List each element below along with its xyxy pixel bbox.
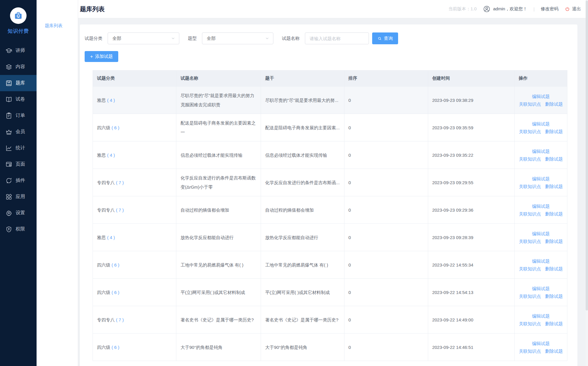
delete-question-link[interactable]: 删除试题 (545, 238, 563, 244)
sort-cell: 0 (344, 224, 428, 251)
change-password-link[interactable]: 修改密码 (541, 6, 559, 12)
delete-question-link[interactable]: 删除试题 (545, 101, 563, 107)
edit-question-link[interactable]: 编辑试题 (532, 313, 550, 319)
app-root: 知识付费 讲师内容题库试卷订单会员统计页面插件应用设置权限 题库列表 题库列表 … (0, 0, 588, 366)
submenu-item-question-list[interactable]: 题库列表 (37, 20, 78, 32)
edit-question-link[interactable]: 编辑试题 (532, 258, 550, 264)
sidebar-item-exam-paper[interactable]: 试卷 (0, 91, 37, 107)
edit-question-link[interactable]: 编辑试题 (532, 231, 550, 237)
category-count-link[interactable]: ( 7 ) (116, 207, 124, 213)
created-time-cell: 2023-09-23 09:28:39 (428, 224, 514, 251)
submenu-panel: 题库列表 (37, 0, 78, 366)
category-count-link[interactable]: ( 4 ) (107, 153, 115, 158)
delete-question-link[interactable]: 删除试题 (545, 266, 563, 272)
table-row: 专四专八 ( 7 )自动过程的熵值都会增加自动过程的熵值都会增加02023-09… (93, 196, 567, 224)
sort-cell: 0 (344, 251, 428, 279)
sidebar-item-page[interactable]: 页面 (0, 156, 37, 172)
edit-question-link[interactable]: 编辑试题 (532, 340, 550, 347)
column-header: 试题名称 (176, 71, 261, 86)
delete-question-link[interactable]: 删除试题 (545, 211, 563, 217)
sidebar-item-label: 应用 (16, 194, 25, 200)
logout-button[interactable]: 退出 (565, 6, 581, 12)
category-name: 专四专八 (97, 317, 115, 322)
category-count-link[interactable]: ( 4 ) (107, 98, 115, 103)
link-knowledge-link[interactable]: 关联知识点 (519, 101, 541, 107)
category-count-link[interactable]: ( 6 ) (111, 345, 119, 350)
page-icon (5, 161, 12, 168)
link-knowledge-link[interactable]: 关联知识点 (519, 211, 541, 217)
category-count-link[interactable]: ( 6 ) (111, 262, 119, 267)
topbar-right: 当前版本：1.0 admin，欢迎您！ | 修改密码 退出 (448, 5, 581, 13)
delete-question-link[interactable]: 删除试题 (545, 321, 563, 327)
sidebar-item-content[interactable]: 内容 (0, 59, 37, 75)
edit-question-link[interactable]: 编辑试题 (532, 285, 550, 292)
link-knowledge-link[interactable]: 关联知识点 (519, 266, 541, 272)
user-menu[interactable]: admin，欢迎您！ (483, 5, 527, 13)
category-count-link[interactable]: ( 7 ) (116, 180, 124, 185)
column-header: 排序 (344, 71, 428, 86)
sidebar-item-stats[interactable]: 统计 (0, 140, 37, 156)
scrollbar-thumb[interactable] (586, 1, 588, 311)
created-time-cell: 2023-09-22 14:55:34 (428, 251, 514, 279)
edit-question-link[interactable]: 编辑试题 (532, 121, 550, 127)
sidebar-item-teacher[interactable]: 讲师 (0, 43, 37, 59)
question-bank-icon (5, 80, 12, 87)
column-header: 操作 (514, 71, 567, 86)
add-question-button[interactable]: + 添加试题 (85, 51, 118, 62)
link-knowledge-link[interactable]: 关联知识点 (519, 128, 541, 135)
category-count-link[interactable]: ( 6 ) (111, 125, 119, 130)
sort-cell: 0 (344, 141, 428, 169)
question-name-cell: 大于90°的角都是钝角 (176, 334, 261, 361)
sidebar-item-apps[interactable]: 应用 (0, 189, 37, 205)
welcome-text: admin，欢迎您！ (493, 6, 527, 12)
row-actions: 编辑试题关联知识点删除试题 (519, 313, 563, 327)
sidebar-item-permission[interactable]: 权限 (0, 221, 37, 237)
search-button[interactable]: 查询 (372, 32, 398, 44)
category-name: 专四专八 (97, 207, 115, 213)
link-knowledge-link[interactable]: 关联知识点 (519, 293, 541, 299)
delete-question-link[interactable]: 删除试题 (545, 183, 563, 189)
question-name-cell: 配送是阻碍电子商务发展的主要因素之一 (176, 114, 261, 141)
question-name-input[interactable] (305, 32, 369, 44)
sidebar-item-settings[interactable]: 设置 (0, 205, 37, 221)
link-knowledge-link[interactable]: 关联知识点 (519, 348, 541, 354)
delete-question-link[interactable]: 删除试题 (545, 348, 563, 354)
edit-question-link[interactable]: 编辑试题 (532, 176, 550, 182)
category-select[interactable]: 全部 (108, 32, 179, 44)
created-time-cell: 2023-09-23 09:35:22 (428, 141, 514, 169)
sidebar-item-question-bank[interactable]: 题库 (0, 75, 37, 91)
edit-question-link[interactable]: 编辑试题 (532, 203, 550, 209)
sidebar-item-plugin[interactable]: 插件 (0, 172, 37, 189)
sort-cell: 0 (344, 196, 428, 224)
category-count-link[interactable]: ( 6 ) (111, 290, 119, 295)
delete-question-link[interactable]: 删除试题 (545, 128, 563, 135)
order-icon (5, 112, 12, 119)
question-stem-cell: 信息必须经过载体才能实现传输 (261, 141, 344, 169)
category-count-link[interactable]: ( 4 ) (107, 235, 115, 240)
edit-question-link[interactable]: 编辑试题 (532, 93, 550, 99)
category-select-value: 全部 (112, 36, 121, 41)
window-scrollbar[interactable] (586, 0, 588, 366)
logo-briefcase-icon (10, 7, 27, 24)
row-actions: 编辑试题关联知识点删除试题 (519, 231, 563, 244)
link-knowledge-link[interactable]: 关联知识点 (519, 321, 541, 327)
category-count-link[interactable]: ( 7 ) (116, 317, 124, 322)
link-knowledge-link[interactable]: 关联知识点 (519, 238, 541, 244)
table-row: 四六级 ( 6 )工地中常见的易燃易爆气体 有( )工地中常见的易燃易爆气体 有… (93, 251, 567, 279)
plugin-icon (5, 177, 12, 184)
created-time-cell: 2023-09-22 14:46:51 (428, 334, 514, 361)
sidebar: 知识付费 讲师内容题库试卷订单会员统计页面插件应用设置权限 (0, 0, 37, 366)
link-knowledge-link[interactable]: 关联知识点 (519, 156, 541, 162)
sidebar-item-label: 题库 (16, 80, 25, 86)
edit-question-link[interactable]: 编辑试题 (532, 148, 550, 154)
sidebar-item-member[interactable]: 会员 (0, 124, 37, 140)
question-stem-cell: 配送是阻碍电子商务发展的主要因素... (261, 114, 344, 141)
delete-question-link[interactable]: 删除试题 (545, 156, 563, 162)
link-knowledge-link[interactable]: 关联知识点 (519, 183, 541, 189)
delete-question-link[interactable]: 删除试题 (545, 293, 563, 299)
main-area: 题库列表 当前版本：1.0 admin，欢迎您！ | 修改密码 退出 (78, 0, 588, 366)
sidebar-item-order[interactable]: 订单 (0, 107, 37, 124)
type-select[interactable]: 全部 (202, 32, 273, 44)
created-time-cell: 2023-09-23 09:29:55 (428, 169, 514, 196)
question-table: 试题分类试题名称题干排序创建时间操作 雅思 ( 4 )尽职尽责的"尽"就是要求用… (93, 70, 567, 361)
